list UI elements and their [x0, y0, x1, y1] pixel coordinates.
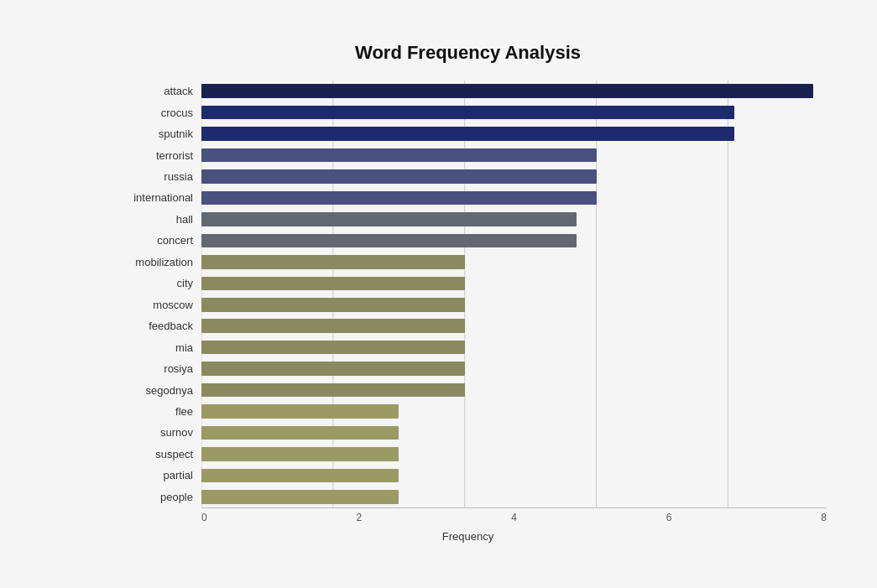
bar-fill — [201, 234, 577, 248]
bar-row: terrorist — [201, 144, 827, 165]
bar-row: surnov — [201, 422, 827, 443]
bar-label: city — [109, 277, 201, 289]
bar-label: mobilization — [109, 256, 201, 268]
chart-container: Word Frequency Analysis attackcrocussput… — [17, 17, 860, 588]
bar-fill — [201, 490, 399, 504]
bar-track — [201, 212, 827, 226]
bar-fill — [201, 341, 465, 355]
bar-track — [201, 277, 827, 291]
x-tick: 2 — [357, 512, 363, 523]
bar-label: russia — [109, 170, 201, 183]
bar-track — [201, 106, 827, 120]
bar-fill — [201, 404, 399, 419]
bar-row: mobilization — [201, 252, 827, 273]
bar-track — [201, 148, 827, 163]
bar-row: city — [201, 273, 827, 294]
bar-label: surnov — [109, 426, 201, 439]
bar-row: partial — [201, 465, 827, 486]
bar-fill — [201, 84, 813, 98]
bar-row: suspect — [201, 444, 827, 465]
bar-row: people — [201, 487, 827, 507]
bar-fill — [201, 106, 734, 120]
bar-label: attack — [109, 85, 201, 97]
bar-label: flee — [109, 405, 201, 418]
bar-label: concert — [109, 234, 201, 247]
bar-track — [201, 234, 827, 248]
bar-track — [201, 490, 827, 504]
bar-track — [201, 426, 827, 440]
bar-fill — [201, 298, 465, 312]
bar-track — [201, 447, 827, 461]
x-tick: 6 — [666, 512, 672, 523]
bar-label: terrorist — [109, 149, 201, 162]
bar-label: hall — [109, 213, 201, 226]
bar-label: people — [109, 491, 201, 503]
bar-label: moscow — [109, 299, 201, 311]
bar-track — [201, 84, 827, 98]
bar-fill — [201, 212, 577, 226]
chart-title: Word Frequency Analysis — [109, 42, 827, 64]
bar-row: mia — [201, 336, 827, 357]
bar-fill — [201, 148, 597, 163]
bar-row: crocus — [201, 101, 827, 122]
bar-row: feedback — [201, 315, 827, 336]
bar-row: russia — [201, 166, 827, 187]
bar-fill — [201, 426, 399, 440]
bar-track — [201, 469, 827, 483]
bar-row: international — [201, 187, 827, 208]
bar-label: mia — [109, 341, 201, 354]
bar-fill — [201, 169, 597, 184]
bar-fill — [201, 277, 465, 291]
bar-fill — [201, 127, 734, 141]
bar-track — [201, 127, 827, 141]
bar-track — [201, 383, 827, 398]
bar-fill — [201, 447, 399, 461]
bar-track — [201, 169, 827, 184]
bar-row: segodnya — [201, 379, 827, 400]
bar-label: suspect — [109, 448, 201, 461]
x-tick: 0 — [201, 512, 207, 523]
bar-track — [201, 298, 827, 312]
bar-fill — [201, 362, 465, 376]
bar-row: flee — [201, 401, 827, 422]
bar-track — [201, 404, 827, 419]
x-axis-label: Frequency — [109, 530, 827, 543]
x-axis: 02468 — [201, 507, 827, 523]
x-ticks: 02468 — [201, 508, 827, 523]
bar-track — [201, 362, 827, 376]
bar-track — [201, 341, 827, 355]
bar-track — [201, 319, 827, 333]
bar-track — [201, 191, 827, 206]
bar-row: hall — [201, 209, 827, 230]
bars-container: attackcrocussputnikterroristrussiaintern… — [201, 81, 827, 507]
bar-track — [201, 255, 827, 269]
bar-label: crocus — [109, 107, 201, 119]
bar-label: segodnya — [109, 384, 201, 397]
bar-row: sputnik — [201, 123, 827, 144]
bar-fill — [201, 255, 465, 269]
bar-label: feedback — [109, 320, 201, 332]
bar-fill — [201, 469, 399, 483]
bar-label: partial — [109, 469, 201, 481]
bar-label: international — [109, 191, 201, 204]
x-tick: 4 — [511, 512, 517, 523]
bar-row: concert — [201, 230, 827, 251]
bar-row: moscow — [201, 294, 827, 315]
bar-label: rosiya — [109, 362, 201, 375]
bar-fill — [201, 191, 597, 206]
bar-fill — [201, 383, 465, 398]
bar-fill — [201, 319, 465, 333]
bar-label: sputnik — [109, 127, 201, 140]
bar-row: attack — [201, 81, 827, 101]
bar-row: rosiya — [201, 358, 827, 379]
x-tick: 8 — [821, 512, 827, 523]
